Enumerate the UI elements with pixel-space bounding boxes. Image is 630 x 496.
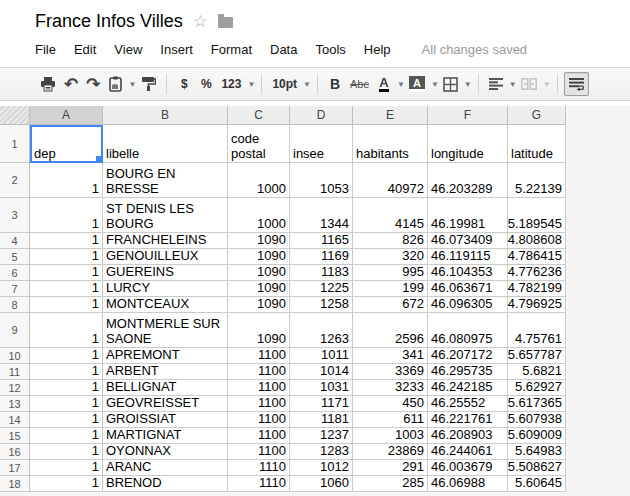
cell-libelle[interactable]: BRENOD <box>103 476 228 492</box>
borders-button[interactable] <box>439 72 462 96</box>
cell-longitude[interactable]: 46.295735 <box>428 364 508 380</box>
number-format-button[interactable]: 123 <box>217 72 245 96</box>
cell-habitants[interactable]: 672 <box>353 297 428 313</box>
cell-latitude[interactable]: 5.508627 <box>508 460 566 476</box>
text-color-button[interactable]: A <box>373 72 395 96</box>
row-header-1[interactable]: 1 <box>0 125 30 163</box>
cell-habitants[interactable]: 826 <box>353 233 428 249</box>
cell-habitants[interactable]: 4145 <box>353 198 428 233</box>
cell-habitants[interactable]: 40972 <box>353 163 428 198</box>
cell-libelle[interactable]: ARANC <box>103 460 228 476</box>
row-header-9[interactable]: 9 <box>0 313 30 348</box>
cell-habitants[interactable]: 320 <box>353 249 428 265</box>
cell-code-postal[interactable]: 1110 <box>228 476 290 492</box>
menu-tools[interactable]: Tools <box>306 39 354 60</box>
cell-insee[interactable]: 1237 <box>290 428 353 444</box>
cell-libelle[interactable]: GENOUILLEUX <box>103 249 228 265</box>
cell-dep[interactable]: 1 <box>30 348 103 364</box>
cell-insee[interactable]: 1225 <box>290 281 353 297</box>
menu-help[interactable]: Help <box>355 39 400 60</box>
cell-insee[interactable]: 1060 <box>290 476 353 492</box>
cell-dep[interactable]: 1 <box>30 249 103 265</box>
cell-longitude[interactable]: 46.221761 <box>428 412 508 428</box>
wrap-text-button[interactable] <box>564 72 589 96</box>
horizontal-align-button[interactable] <box>485 72 507 96</box>
cell-latitude[interactable]: 5.22139 <box>508 163 566 198</box>
cell-code-postal[interactable]: 1090 <box>228 249 290 265</box>
cell-code-postal[interactable]: 1090 <box>228 281 290 297</box>
cell-habitants[interactable]: 23869 <box>353 444 428 460</box>
number-format-caret[interactable]: ▼ <box>247 80 255 89</box>
row-header-17[interactable]: 17 <box>0 460 30 476</box>
row-header-18[interactable]: 18 <box>0 476 30 492</box>
row-header-2[interactable]: 2 <box>0 163 30 198</box>
cell-dep[interactable]: 1 <box>30 476 103 492</box>
cell-latitude[interactable]: 5.609009 <box>508 428 566 444</box>
cell-habitants[interactable]: 611 <box>353 412 428 428</box>
cell-dep[interactable]: 1 <box>30 364 103 380</box>
cell-insee[interactable]: 1011 <box>290 348 353 364</box>
cell-longitude[interactable]: 46.096305 <box>428 297 508 313</box>
column-header-C[interactable]: C <box>228 106 290 125</box>
cell-longitude[interactable]: 46.244061 <box>428 444 508 460</box>
row-header-3[interactable]: 3 <box>0 198 30 233</box>
cell-libelle[interactable]: GUEREINS <box>103 265 228 281</box>
cell-longitude[interactable]: 46.003679 <box>428 460 508 476</box>
strikethrough-button[interactable]: Abc <box>346 72 373 96</box>
select-all-corner[interactable] <box>0 106 30 125</box>
row-header-16[interactable]: 16 <box>0 444 30 460</box>
cell-dep[interactable]: 1 <box>30 460 103 476</box>
cell-latitude[interactable]: 5.6821 <box>508 364 566 380</box>
cell-latitude[interactable]: 5.617365 <box>508 396 566 412</box>
cell-insee[interactable]: 1171 <box>290 396 353 412</box>
cell-libelle[interactable]: APREMONT <box>103 348 228 364</box>
text-color-caret[interactable]: ▼ <box>397 80 405 89</box>
cell-libelle[interactable]: LURCY <box>103 281 228 297</box>
cell-dep[interactable]: 1 <box>30 313 103 348</box>
row-header-11[interactable]: 11 <box>0 364 30 380</box>
row-header-10[interactable]: 10 <box>0 348 30 364</box>
cell-code-postal[interactable]: 1100 <box>228 412 290 428</box>
cell-longitude[interactable]: 46.207172 <box>428 348 508 364</box>
cell-insee[interactable]: 1012 <box>290 460 353 476</box>
star-icon[interactable]: ☆ <box>193 13 208 30</box>
row-header-15[interactable]: 15 <box>0 428 30 444</box>
cell-libelle[interactable]: ST DENIS LES BOURG <box>103 198 228 233</box>
cell-insee[interactable]: 1169 <box>290 249 353 265</box>
cell-dep[interactable]: 1 <box>30 444 103 460</box>
cell-habitants-header[interactable]: habitants <box>353 125 428 163</box>
fill-handle[interactable] <box>95 155 102 162</box>
cell-habitants[interactable]: 995 <box>353 265 428 281</box>
cell-dep[interactable]: 1 <box>30 233 103 249</box>
cell-insee[interactable]: 1283 <box>290 444 353 460</box>
row-header-12[interactable]: 12 <box>0 380 30 396</box>
merge-cells-button[interactable] <box>517 72 541 96</box>
cell-insee[interactable]: 1183 <box>290 265 353 281</box>
redo-button[interactable]: ↷ <box>82 72 104 96</box>
cell-longitude[interactable]: 46.208903 <box>428 428 508 444</box>
cell-libelle[interactable]: BELLIGNAT <box>103 380 228 396</box>
cell-code-postal[interactable]: 1000 <box>228 163 290 198</box>
cell-insee[interactable]: 1263 <box>290 313 353 348</box>
column-header-G[interactable]: G <box>508 106 566 125</box>
folder-icon[interactable] <box>218 17 233 28</box>
cell-latitude[interactable]: 4.782199 <box>508 281 566 297</box>
cell-insee[interactable]: 1014 <box>290 364 353 380</box>
cell-latitude[interactable]: 5.607938 <box>508 412 566 428</box>
cell-code-postal[interactable]: 1100 <box>228 444 290 460</box>
paste-dropdown-caret[interactable]: ▼ <box>129 80 137 89</box>
cell-dep[interactable]: 1 <box>30 412 103 428</box>
fill-color-button[interactable]: A <box>405 72 429 96</box>
cell-dep[interactable]: 1 <box>30 281 103 297</box>
percent-format-button[interactable]: % <box>195 72 217 96</box>
cell-longitude[interactable]: 46.06988 <box>428 476 508 492</box>
cell-code-postal[interactable]: 1100 <box>228 428 290 444</box>
merge-cells-caret[interactable]: ▼ <box>543 80 551 89</box>
cell-longitude[interactable]: 46.242185 <box>428 380 508 396</box>
paste-format-button[interactable] <box>105 72 127 96</box>
cell-insee[interactable]: 1053 <box>290 163 353 198</box>
cell-latitude[interactable]: 4.75761 <box>508 313 566 348</box>
cell-latitude[interactable]: 4.796925 <box>508 297 566 313</box>
cell-longitude[interactable]: 46.104353 <box>428 265 508 281</box>
cell-code-postal[interactable]: 1100 <box>228 364 290 380</box>
